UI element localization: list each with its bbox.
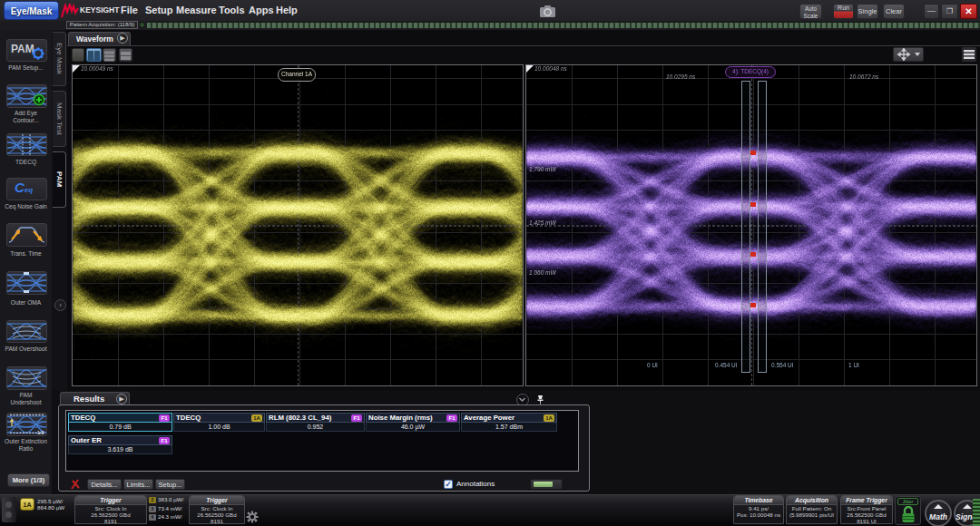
svg-text:1/0: 1/0 xyxy=(37,430,44,435)
